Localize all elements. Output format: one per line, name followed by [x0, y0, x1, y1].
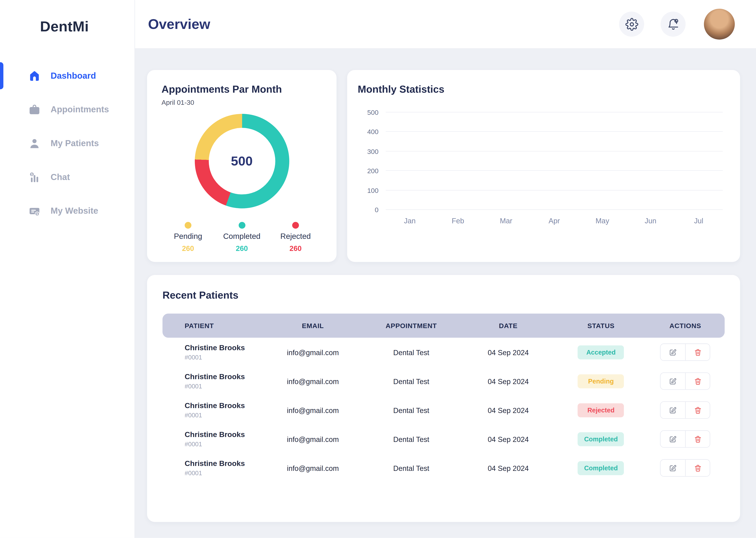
website-icon: $: [28, 204, 41, 217]
trash-icon: [694, 348, 702, 356]
sidebar-nav: Dashboard Appointments My Patients $ Cha…: [0, 59, 135, 228]
x-axis-label: Apr: [530, 217, 578, 225]
sidebar-item-dashboard[interactable]: Dashboard: [0, 59, 135, 93]
sidebar-item-appointments[interactable]: Appointments: [0, 93, 135, 127]
legend-label: Completed: [223, 232, 260, 241]
legend-value: 260: [236, 244, 248, 252]
patient-appointment: Dental Test: [362, 435, 461, 443]
legend-item-pending: Pending 260: [167, 222, 209, 252]
patient-id: #0001: [185, 411, 264, 419]
header: Overview: [135, 0, 756, 48]
table-row: Christine Brooks #0001 info@gmail.com De…: [163, 367, 725, 396]
patient-email: info@gmail.com: [264, 464, 362, 472]
legend-dot: [292, 222, 299, 229]
patients-icon: [28, 137, 41, 150]
recent-patients-title: Recent Patients: [163, 290, 725, 301]
sidebar-item-chat[interactable]: $ Chat: [0, 160, 135, 194]
legend-value: 260: [182, 244, 194, 252]
delete-button[interactable]: [685, 460, 710, 476]
sidebar-item-label: My Patients: [51, 138, 99, 148]
legend-item-completed: Completed 260: [221, 222, 262, 252]
notifications-button[interactable]: [661, 12, 686, 37]
donut-legend: Pending 260 Completed 260 Rejected 260: [162, 222, 322, 252]
page-title: Overview: [148, 16, 603, 32]
trash-icon: [694, 435, 702, 443]
bar-chart: 0100200300400500 JanFebMarAprMayJunJul: [386, 112, 723, 225]
monthly-statistics-card: Monthly Statistics 0100200300400500 JanF…: [347, 70, 740, 262]
patient-name: Christine Brooks: [185, 459, 264, 468]
table-row: Christine Brooks #0001 info@gmail.com De…: [163, 454, 725, 482]
row-actions: [660, 401, 710, 419]
home-icon: [28, 69, 41, 82]
delete-button[interactable]: [685, 402, 710, 418]
patient-appointment: Dental Test: [362, 464, 461, 472]
sidebar-item-label: Appointments: [51, 104, 109, 115]
row-actions: [660, 430, 710, 448]
donut-card-title: Appointments Par Month: [162, 83, 322, 95]
appointments-per-month-card: Appointments Par Month April 01-30 500 P…: [147, 70, 337, 262]
patient-email: info@gmail.com: [264, 406, 362, 414]
patient-id: #0001: [185, 440, 264, 448]
edit-icon: [669, 406, 677, 414]
summary-row: Appointments Par Month April 01-30 500 P…: [147, 70, 740, 262]
settings-button[interactable]: [619, 12, 644, 37]
trash-icon: [694, 464, 702, 472]
appointment-date: 04 Sep 2024: [460, 464, 556, 472]
patient-email: info@gmail.com: [264, 348, 362, 356]
status-badge: Completed: [578, 461, 624, 475]
sidebar-item-my-patients[interactable]: My Patients: [0, 126, 135, 160]
edit-icon: [669, 377, 677, 385]
table-row: Christine Brooks #0001 info@gmail.com De…: [163, 338, 725, 367]
patient-name: Christine Brooks: [185, 401, 264, 410]
donut-total: 500: [231, 154, 253, 169]
patient-email: info@gmail.com: [264, 377, 362, 385]
column-header-email: EMAIL: [264, 322, 362, 330]
sidebar-item-my-website[interactable]: $ My Website: [0, 194, 135, 228]
edit-icon: [669, 435, 677, 443]
bar-card-title: Monthly Statistics: [358, 83, 723, 95]
patient-appointment: Dental Test: [362, 348, 461, 356]
column-header-appointment: APPOINTMENT: [362, 322, 461, 330]
y-axis-tick: 0: [375, 206, 379, 214]
edit-button[interactable]: [661, 402, 685, 418]
y-axis-tick: 300: [367, 147, 379, 155]
x-axis-label: May: [578, 217, 627, 225]
edit-button[interactable]: [661, 373, 685, 389]
delete-button[interactable]: [685, 373, 710, 389]
bell-icon: [667, 18, 680, 30]
appointments-icon: [28, 103, 41, 116]
bar-plot: 0100200300400500: [386, 112, 723, 210]
sidebar-item-label: My Website: [51, 206, 98, 216]
user-avatar[interactable]: [704, 9, 734, 39]
x-axis-label: Jan: [386, 217, 434, 225]
svg-text:$: $: [31, 172, 33, 176]
donut-card-subtitle: April 01-30: [162, 98, 322, 106]
column-header-actions: ACTIONS: [646, 322, 725, 330]
patient-name: Christine Brooks: [185, 372, 264, 381]
legend-value: 260: [290, 244, 302, 252]
status-badge: Accepted: [578, 345, 624, 359]
edit-icon: [669, 464, 677, 472]
edit-button[interactable]: [661, 460, 685, 476]
delete-button[interactable]: [685, 431, 710, 447]
bars: [386, 112, 723, 210]
chat-icon: $: [28, 171, 41, 184]
donut-hole: 500: [209, 128, 275, 194]
row-actions: [660, 459, 710, 477]
sidebar-item-label: Chat: [51, 172, 70, 182]
x-axis-label: Jul: [675, 217, 723, 225]
edit-button[interactable]: [661, 344, 685, 360]
edit-button[interactable]: [661, 431, 685, 447]
y-axis-tick: 400: [367, 128, 379, 136]
column-header-patient: PATIENT: [163, 322, 264, 330]
patient-id: #0001: [185, 353, 264, 361]
legend-item-rejected: Rejected 260: [275, 222, 316, 252]
appointment-date: 04 Sep 2024: [460, 348, 556, 356]
x-axis-label: Mar: [482, 217, 530, 225]
patient-appointment: Dental Test: [362, 377, 461, 385]
brand-logo: DentMi: [0, 0, 135, 35]
legend-dot: [185, 222, 191, 229]
delete-button[interactable]: [685, 344, 710, 360]
table-header: PATIENTEMAILAPPOINTMENTDATESTATUSACTIONS: [163, 313, 725, 338]
status-badge: Rejected: [578, 403, 624, 417]
